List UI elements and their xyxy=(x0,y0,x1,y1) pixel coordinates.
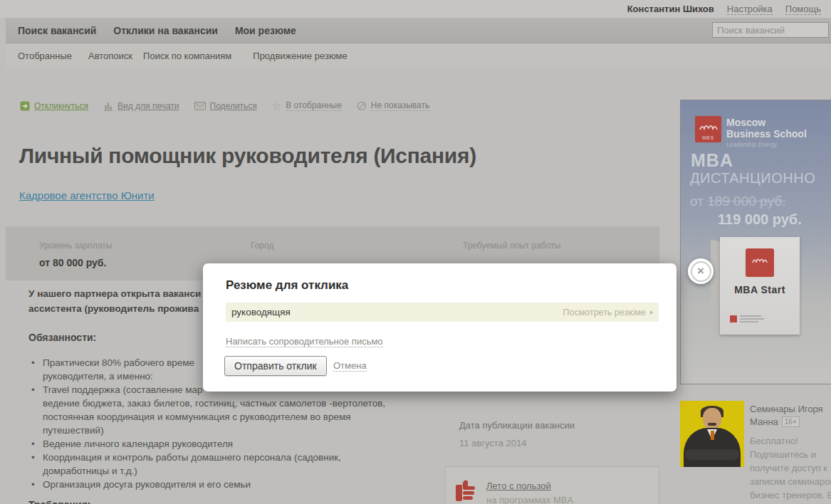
publication-date-label: Дата публикации вакансии xyxy=(459,420,575,431)
ad-new-price: 119 000 руб. xyxy=(718,211,802,228)
close-icon: × xyxy=(691,261,711,282)
mba-start-label: MBA Start xyxy=(720,284,800,295)
view-resume-link[interactable]: Посмотреть резюме xyxy=(563,308,653,317)
top-bar: Константин Шихов Настройка Помощь xyxy=(0,0,831,18)
respond-link[interactable]: Откликнуться xyxy=(20,101,88,111)
respond-arrow-icon xyxy=(20,101,30,111)
thumbs-up-icon xyxy=(455,477,478,503)
no-entry-icon xyxy=(357,101,367,111)
modal-title: Резюме для отклика xyxy=(226,278,348,293)
requirements-header: Требования: xyxy=(28,499,90,504)
vacancy-title: Личный помощник руководителя (Испания) xyxy=(19,144,476,168)
company-link[interactable]: Кадровое агентство Юнити xyxy=(19,189,155,201)
subnav-item-company-search[interactable]: Поиск по компаниям xyxy=(143,51,231,61)
ad-old-price: от 189 000 руб. xyxy=(690,194,785,209)
vacancy-intro: У нашего партнера открыта ваканси ассист… xyxy=(28,286,201,316)
chevron-right-icon xyxy=(650,310,653,315)
age-badge: 16+ xyxy=(782,416,800,427)
school-slogan: Leadership Energy xyxy=(726,141,777,148)
nav-item-my-resumes[interactable]: Мои резюме xyxy=(235,25,296,36)
send-response-button[interactable]: Отправить отклик xyxy=(224,356,327,376)
mba-banner-ad[interactable]: MBS Moscow Business School Leadership En… xyxy=(680,100,831,384)
publication-date-value: 11 августа 2014 xyxy=(459,438,526,448)
main-nav: Поиск вакансий Отклики на вакансии Мои р… xyxy=(6,18,831,43)
ad-distance-text: ДИСТАНЦИОННО xyxy=(690,170,815,187)
selected-resume-name: руководящяя xyxy=(231,307,291,317)
summer-promo-subtext: на программах MBA xyxy=(486,495,573,504)
print-view-link[interactable]: Вид для печати xyxy=(103,101,179,111)
cancel-link[interactable]: Отмена xyxy=(333,360,367,372)
subnav-item-selected[interactable]: Отобранные xyxy=(18,51,72,61)
hide-vacancy-link[interactable]: Не показывать xyxy=(357,100,429,111)
school-name-line2: Business School xyxy=(726,128,807,140)
modal-close-button[interactable]: × xyxy=(688,258,714,284)
current-user-name: Константин Шихов xyxy=(627,4,714,14)
seminar-promo: Семинары Игоря Манна16+ Бесплатно! Подпи… xyxy=(750,403,831,504)
duties-header: Обязанности: xyxy=(28,332,96,343)
subnav-item-resume-promotion[interactable]: Продвижение резюме xyxy=(253,51,347,61)
apply-modal: Резюме для отклика руководящяя Посмотрет… xyxy=(203,263,676,392)
list-item: • Организация досуга руководителя и его … xyxy=(31,478,385,491)
star-icon: ☆ xyxy=(272,101,281,110)
list-item: • Координация и контроль работы домашнег… xyxy=(31,451,385,478)
seminar-title[interactable]: Семинары Игоря Манна16+ xyxy=(750,403,831,429)
write-cover-letter-link[interactable]: Написать сопроводительное письмо xyxy=(226,336,383,347)
box-footer-logo xyxy=(730,314,764,324)
list-item: • Ведение личного календаря руководителя xyxy=(31,437,385,451)
help-link[interactable]: Помощь xyxy=(785,4,821,15)
envelope-icon xyxy=(194,102,206,110)
city-label: Город xyxy=(251,241,273,251)
search-input[interactable] xyxy=(712,22,829,38)
print-icon xyxy=(103,101,113,111)
summer-promo-box: Лето с пользой на программах MBA xyxy=(445,466,659,504)
summer-promo-link[interactable]: Лето с пользой xyxy=(486,481,551,491)
nav-item-responses[interactable]: Отклики на вакансии xyxy=(113,25,218,36)
school-name-line1: Moscow xyxy=(726,117,765,128)
subnav-item-autosearch[interactable]: Автопоиск xyxy=(88,51,132,61)
resume-select-row[interactable]: руководящяя Посмотреть резюме xyxy=(226,303,659,322)
mbs-logo: MBS xyxy=(695,116,721,142)
igor-mann-photo[interactable] xyxy=(680,401,744,467)
experience-label: Требуемый опыт работы xyxy=(463,241,560,251)
salary-label: Уровень зарплаты xyxy=(39,241,112,251)
vacancy-actions: Откликнуться Вид для печати Поделиться ☆… xyxy=(20,100,444,112)
nav-item-vacancy-search[interactable]: Поиск вакансий xyxy=(18,25,96,36)
mbs-crown-icon xyxy=(698,120,719,132)
ad-mba-text: MBA xyxy=(691,150,733,171)
mbs-box-logo xyxy=(746,248,774,277)
salary-value: от 80 000 руб. xyxy=(39,257,106,268)
sub-nav: Отобранные Автопоиск Поиск по компаниям … xyxy=(6,43,831,68)
seminar-description: Бесплатно! Подпишитесь и получите доступ… xyxy=(750,434,831,504)
favorite-link[interactable]: ☆ В отобранные xyxy=(272,100,342,111)
settings-link[interactable]: Настройка xyxy=(727,4,773,15)
share-link[interactable]: Поделиться xyxy=(194,101,257,111)
mba-start-box-image: MBA Start xyxy=(711,237,803,337)
